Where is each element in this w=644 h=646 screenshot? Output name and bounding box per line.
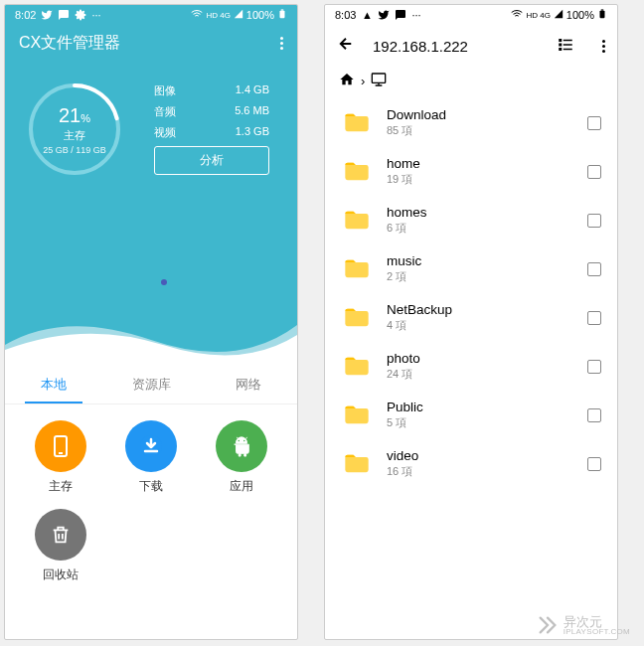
- browser-header: 192.168.1.222: [325, 25, 617, 68]
- folder-name: homes: [387, 205, 587, 220]
- svg-rect-17: [564, 48, 572, 50]
- folder-list: Download 85 項 home 19 項 homes 6 項 music …: [325, 98, 617, 488]
- folder-row[interactable]: NetBackup 4 項: [337, 293, 605, 342]
- stat-row: 视频1.3 GB: [154, 125, 287, 140]
- folder-icon: [341, 450, 373, 478]
- storage-overview: 21% 主存 25 GB / 119 GB 图像1.4 GB 音频5.6 MB …: [5, 62, 297, 179]
- twitter-icon: [378, 9, 390, 21]
- folder-name: Public: [387, 400, 587, 414]
- category-grid: 主存 下载 应用 回收站: [5, 404, 297, 613]
- folder-row[interactable]: photo 24 項: [337, 342, 605, 391]
- grid-item-apps[interactable]: 应用: [197, 420, 287, 495]
- folder-count: 24 項: [387, 367, 587, 382]
- chat-icon: [58, 9, 70, 21]
- folder-row[interactable]: music 2 項: [337, 244, 605, 293]
- svg-point-9: [243, 440, 244, 441]
- folder-name: video: [387, 448, 587, 463]
- folder-icon: [341, 109, 373, 137]
- checkbox[interactable]: [587, 408, 601, 422]
- folder-icon: [341, 304, 373, 332]
- screenshot-left: 8:02 ··· HD 4G 100% CX文件管理器: [4, 4, 298, 640]
- stat-row: 图像1.4 GB: [154, 83, 287, 98]
- wave-decoration: [5, 305, 297, 365]
- storage-detail: 25 GB / 119 GB: [43, 145, 106, 155]
- svg-rect-11: [601, 9, 604, 10]
- folder-icon: [341, 353, 373, 381]
- folder-row[interactable]: home 19 項: [337, 147, 605, 196]
- checkbox[interactable]: [587, 116, 601, 130]
- grid-item-trash[interactable]: 回收站: [15, 509, 105, 583]
- checkbox[interactable]: [587, 311, 601, 325]
- watermark: 异次元 IPLAYSOFT.COM: [537, 614, 630, 636]
- view-list-button[interactable]: [557, 36, 574, 58]
- folder-row[interactable]: homes 6 項: [337, 196, 605, 244]
- folder-name: home: [387, 156, 587, 171]
- battery-label: 100%: [246, 9, 274, 21]
- folder-name: music: [387, 253, 587, 268]
- watermark-logo-icon: [537, 614, 559, 636]
- network-label: HD 4G: [206, 11, 230, 20]
- checkbox[interactable]: [587, 262, 601, 276]
- tab-local[interactable]: 本地: [5, 365, 102, 404]
- back-button[interactable]: [337, 35, 355, 58]
- grid-item-storage[interactable]: 主存: [15, 420, 105, 495]
- chevron-right-icon: ›: [361, 74, 365, 88]
- checkbox[interactable]: [587, 457, 601, 471]
- wifi-icon: [191, 8, 203, 22]
- page-indicator: [161, 279, 167, 285]
- network-label: HD 4G: [526, 11, 550, 20]
- notif-icon: ▲: [361, 9, 373, 21]
- grid-item-download[interactable]: 下载: [105, 420, 196, 495]
- stat-row: 音频5.6 MB: [154, 104, 287, 119]
- monitor-icon[interactable]: [371, 72, 387, 90]
- svg-rect-2: [281, 9, 284, 10]
- folder-icon: [341, 402, 373, 429]
- folder-name: Download: [387, 107, 587, 122]
- folder-count: 19 項: [387, 172, 587, 187]
- tab-bar: 本地 资源库 网络: [5, 365, 297, 404]
- chat-icon: [395, 9, 406, 21]
- app-title: CX文件管理器: [19, 33, 120, 54]
- svg-rect-13: [564, 39, 572, 41]
- svg-point-8: [239, 440, 240, 441]
- folder-name: photo: [387, 351, 587, 366]
- menu-button[interactable]: [280, 37, 283, 50]
- svg-rect-16: [559, 48, 562, 51]
- app-header: CX文件管理器: [5, 25, 297, 62]
- folder-row[interactable]: video 16 項: [337, 439, 605, 488]
- svg-rect-15: [564, 44, 572, 46]
- wifi-icon: [511, 8, 523, 22]
- folder-count: 85 項: [387, 123, 587, 138]
- screenshot-right: 8:03 ▲ ··· HD 4G 100% 192.168.1.222 › Do…: [324, 4, 618, 640]
- folder-count: 5 項: [387, 415, 587, 430]
- status-bar: 8:03 ▲ ··· HD 4G 100%: [325, 5, 617, 25]
- signal-icon: [234, 9, 243, 21]
- folder-count: 2 項: [387, 269, 587, 284]
- battery-icon: [277, 8, 287, 22]
- folder-icon: [341, 207, 373, 235]
- home-icon[interactable]: [339, 72, 355, 90]
- folder-row[interactable]: Public 5 項: [337, 391, 605, 439]
- checkbox[interactable]: [587, 214, 601, 228]
- storage-ring[interactable]: 21% 主存 25 GB / 119 GB: [25, 80, 124, 179]
- more-icon: ···: [91, 9, 100, 21]
- tab-library[interactable]: 资源库: [102, 365, 200, 404]
- tab-network[interactable]: 网络: [200, 365, 297, 404]
- menu-button[interactable]: [602, 40, 605, 53]
- checkbox[interactable]: [587, 165, 601, 179]
- signal-icon: [554, 9, 564, 21]
- battery-icon: [597, 8, 607, 22]
- folder-row[interactable]: Download 85 項: [337, 98, 605, 147]
- analyze-button[interactable]: 分析: [154, 146, 269, 175]
- phone-icon: [35, 420, 86, 472]
- checkbox[interactable]: [587, 360, 601, 374]
- folder-count: 4 項: [387, 318, 587, 333]
- folder-icon: [341, 255, 373, 283]
- svg-rect-10: [600, 11, 605, 19]
- breadcrumb[interactable]: ›: [325, 68, 617, 98]
- battery-label: 100%: [566, 9, 594, 21]
- svg-rect-18: [373, 74, 386, 82]
- status-time: 8:02: [15, 9, 36, 21]
- status-bar: 8:02 ··· HD 4G 100%: [5, 5, 297, 25]
- svg-rect-14: [559, 43, 562, 46]
